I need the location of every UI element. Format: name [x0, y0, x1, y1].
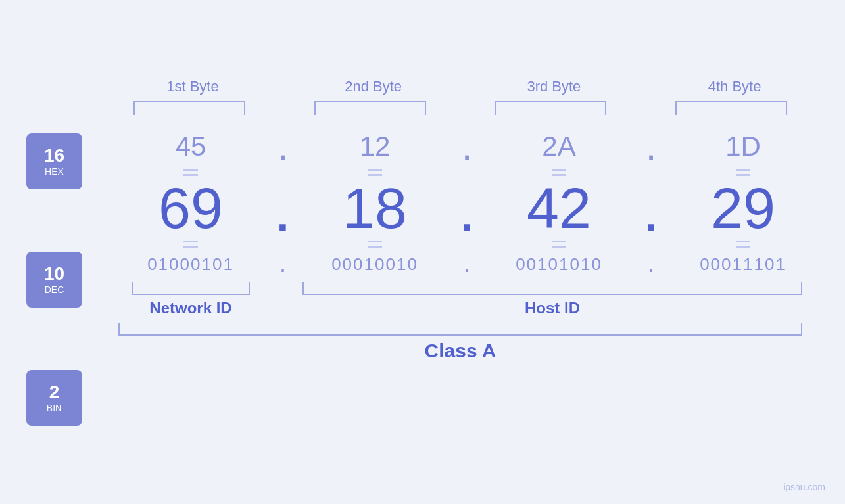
bin-v2: 00010010: [331, 254, 418, 275]
hex-v4: 1D: [725, 131, 761, 162]
dec-v2: 18: [343, 179, 407, 237]
dec-v4: 29: [711, 179, 775, 237]
host-bracket: [302, 282, 802, 295]
dec-badge: 10 DEC: [26, 252, 82, 308]
hex-row: 45 . 12 . 2A . 1D: [118, 127, 802, 166]
badges-column: 16 HEX 10 DEC 2 BIN: [26, 127, 118, 426]
byte-headers-row: 1st Byte 2nd Byte 3rd Byte 4th Byte: [26, 78, 819, 95]
hex-v3: 2A: [542, 131, 575, 162]
dec-row: 69 . 18 . 42 . 29: [118, 179, 802, 238]
dec-v1: 69: [158, 179, 223, 237]
hex-label: HEX: [45, 166, 64, 177]
bracket-top-2: [314, 101, 426, 115]
bin-base: 2: [49, 383, 60, 401]
data-section: 45 . 12 . 2A . 1D: [118, 127, 802, 362]
dec-dot3: .: [642, 179, 660, 238]
bin-v1: 01000101: [147, 254, 234, 275]
bin-label: BIN: [47, 403, 62, 413]
watermark: ipshu.com: [783, 482, 825, 492]
dec-dot1: .: [274, 179, 292, 238]
bin-badge: 2 BIN: [26, 370, 82, 426]
hex-v1: 45: [176, 131, 206, 162]
bin-v4: 00011101: [700, 254, 786, 275]
hex-dot3: .: [646, 127, 657, 166]
top-brackets: [26, 101, 819, 115]
hex-dot1: .: [278, 127, 289, 166]
bracket-top-3: [495, 101, 606, 115]
network-bracket: [132, 282, 250, 295]
byte2-header: 2nd Byte: [302, 78, 445, 95]
class-label: Class A: [118, 340, 802, 362]
bin-row: 01000101 . 00010010 . 00101010 . 0001110…: [118, 250, 802, 278]
main-container: 1st Byte 2nd Byte 3rd Byte 4th Byte: [0, 0, 845, 504]
byte3-header: 3rd Byte: [483, 78, 625, 95]
bracket-top-1: [133, 101, 245, 115]
bin-dot1: .: [279, 250, 286, 278]
bottom-brackets-section: Network ID Host ID: [118, 282, 802, 317]
bracket-top-4: [675, 101, 787, 115]
dec-dot2: .: [458, 179, 476, 238]
bin-v3: 00101010: [516, 254, 602, 275]
dec-base: 10: [44, 265, 64, 283]
byte4-header: 4th Byte: [664, 78, 806, 95]
content-area: 16 HEX 10 DEC 2 BIN 45 . 12 . 2A . 1D: [26, 127, 819, 426]
network-id-label: Network ID: [149, 299, 231, 317]
dec-label: DEC: [45, 285, 64, 295]
class-bracket: [118, 323, 802, 336]
host-id-label: Host ID: [525, 299, 580, 317]
bin-dot2: .: [464, 250, 470, 278]
hex-dot2: .: [462, 127, 473, 166]
class-section: Class A: [118, 323, 802, 362]
hex-v2: 12: [360, 131, 391, 162]
hex-badge: 16 HEX: [26, 133, 82, 189]
hex-base: 16: [44, 147, 64, 165]
bin-dot3: .: [648, 250, 654, 278]
byte1-header: 1st Byte: [122, 78, 264, 95]
dec-v3: 42: [527, 179, 591, 237]
